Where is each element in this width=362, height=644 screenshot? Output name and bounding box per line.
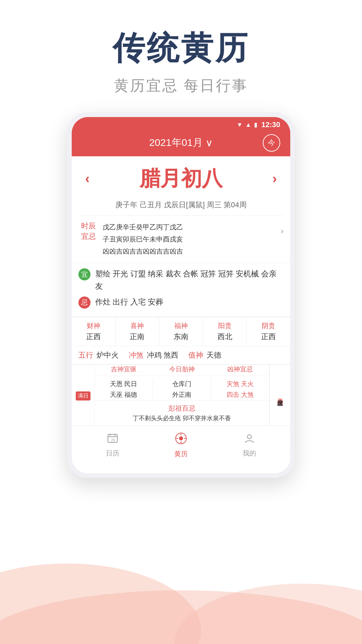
shen-direction-table: 财神 正西 喜神 正南 福神 东南 阳贵 西北 阴贵 正西 bbox=[72, 317, 290, 346]
shen-dir-1: 正南 bbox=[118, 332, 157, 342]
signal-icon: ▲ bbox=[245, 121, 251, 128]
shen-cell-0: 财神 正西 bbox=[72, 317, 116, 346]
app-title: 传统黄历 bbox=[0, 27, 362, 70]
zhishen-val: 天德 bbox=[206, 350, 221, 360]
battery-icon: ▮ bbox=[254, 121, 257, 128]
shichen-more-arrow[interactable]: › bbox=[281, 221, 284, 236]
status-bar: ▼ ▲ ▮ 12:30 bbox=[72, 117, 290, 132]
col-jishen: 天恩 民日天巫 福德 bbox=[95, 379, 153, 400]
shichen-label-1: 时辰 bbox=[81, 222, 96, 230]
wifi-icon: ▼ bbox=[237, 121, 243, 128]
nav-item-calendar[interactable]: 25 日历 bbox=[106, 433, 119, 458]
jian-chu-col: 建除十二神 满日 bbox=[72, 365, 95, 426]
shichen-section: 时辰 宜忌 戊乙庚辛壬癸甲乙丙丁戊乙 子丑寅卯辰巳午未申酉戌亥 凶凶吉凶吉吉凶凶… bbox=[72, 216, 290, 263]
shen-dir-3: 西北 bbox=[205, 332, 245, 342]
shichen-label-2: 宜忌 bbox=[81, 232, 96, 240]
lunar-date-row: ‹ 腊月初八 › bbox=[72, 156, 290, 198]
yi-badge: 宜 bbox=[78, 268, 90, 280]
shen-dir-4: 正西 bbox=[249, 332, 288, 342]
bottom-nav: 25 日历 bbox=[72, 426, 290, 467]
col-xiongshen: 灾煞 天火四击 大煞 bbox=[211, 379, 269, 400]
shen-cell-2: 福神 东南 bbox=[159, 317, 203, 346]
yi-row: 宜 塑绘 开光 订盟 纳采 裁衣 合帐 冠笄 冠笄 安机械 会亲友 bbox=[78, 268, 284, 292]
shen-name-2: 福神 bbox=[161, 321, 201, 330]
chong-label: 冲煞 bbox=[129, 350, 143, 360]
nav-label-calendar: 日历 bbox=[106, 449, 119, 458]
shen-name-4: 阴贵 bbox=[249, 321, 288, 330]
nav-item-huangli[interactable]: 黄历 bbox=[174, 432, 188, 459]
detail-header-row: 吉神宜驱 今日胎神 凶神宜忌 bbox=[95, 365, 269, 376]
huangli-icon bbox=[175, 432, 187, 447]
app-subtitle: 黄历宜忌 每日行事 bbox=[0, 76, 362, 96]
dropdown-icon: ∨ bbox=[205, 137, 213, 149]
mine-icon bbox=[244, 433, 255, 447]
wuxing-label: 五行 bbox=[78, 350, 93, 360]
ganzhi-text: 庚子年 己丑月 戊辰日[属鼠] 周三 第04周 bbox=[115, 201, 246, 209]
lunar-date: 腊月初八 bbox=[139, 164, 223, 193]
shen-name-0: 财神 bbox=[74, 321, 113, 330]
ji-text: 作灶 出行 入宅 安葬 bbox=[95, 296, 163, 308]
shen-dir-2: 东南 bbox=[161, 332, 201, 342]
chong-val: 冲鸡 煞西 bbox=[147, 350, 178, 360]
shen-cell-4: 阴贵 正西 bbox=[247, 317, 290, 346]
nav-label-mine: 我的 bbox=[243, 449, 256, 458]
col-header-xiongshen: 凶神宜忌 bbox=[211, 365, 269, 376]
nav-item-mine[interactable]: 我的 bbox=[243, 433, 256, 458]
shichen-label: 时辰 宜忌 bbox=[78, 221, 99, 242]
nav-label-huangli: 黄历 bbox=[174, 449, 188, 459]
shichen-content: 戊乙庚辛壬癸甲乙丙丁戊乙 子丑寅卯辰巳午未申酉戌亥 凶凶吉凶吉吉凶凶吉吉凶吉 bbox=[103, 221, 281, 257]
shen-dir-0: 正西 bbox=[74, 332, 113, 342]
ershiba-col: 二十八星宿 尾火虎宿 bbox=[269, 365, 290, 426]
ji-badge: 忌 bbox=[78, 297, 90, 309]
shichen-dizhi: 子丑寅卯辰巳午未申酉戌亥 bbox=[103, 233, 281, 245]
status-icons: ▼ ▲ ▮ bbox=[237, 121, 257, 128]
month-year-label: 2021年01月 bbox=[149, 136, 203, 150]
detail-main: 吉神宜驱 今日胎神 凶神宜忌 天恩 民日天巫 福德 仓库门外正南 灾煞 天火四击… bbox=[95, 365, 269, 426]
pengzu-section: 彭祖百忌 丁不剃头头必生疮 卯不穿井水泉不香 bbox=[95, 400, 269, 426]
col-taishen: 仓库门外正南 bbox=[153, 379, 211, 400]
today-button[interactable]: 今 bbox=[263, 134, 280, 152]
shichen-jixiong: 凶凶吉凶吉吉凶凶吉吉凶吉 bbox=[103, 245, 281, 257]
svg-point-14 bbox=[247, 435, 251, 439]
ganzhi-row: 庚子年 己丑月 戊辰日[属鼠] 周三 第04周 bbox=[72, 198, 290, 215]
phone-screen: ▼ ▲ ▮ 12:30 2021年01月 ∨ 今 ‹ 腊月初八 › bbox=[72, 117, 290, 473]
wuxing-row: 五行 炉中火 冲煞 冲鸡 煞西 值神 天德 bbox=[72, 346, 290, 365]
phone-mockup: ▼ ▲ ▮ 12:30 2021年01月 ∨ 今 ‹ 腊月初八 › bbox=[67, 112, 295, 478]
yi-text: 塑绘 开光 订盟 纳采 裁衣 合帐 冠笄 冠笄 安机械 会亲友 bbox=[95, 268, 284, 292]
wuxing-val: 炉中火 bbox=[97, 350, 119, 360]
prev-day-button[interactable]: ‹ bbox=[85, 171, 89, 186]
shen-name-1: 喜神 bbox=[118, 321, 157, 330]
ji-row: 忌 作灶 出行 入宅 安葬 bbox=[78, 296, 284, 309]
zhishen-label: 值神 bbox=[188, 350, 203, 360]
app-header: 2021年01月 ∨ 今 bbox=[72, 132, 290, 156]
detail-section: 建除十二神 满日 吉神宜驱 今日胎神 凶神宜忌 天恩 民日天巫 福德 仓库门外正… bbox=[72, 365, 290, 426]
man-badge: 满日 bbox=[76, 391, 90, 400]
col-header-taishen: 今日胎神 bbox=[153, 365, 211, 376]
calendar-icon: 25 bbox=[107, 433, 118, 447]
shichen-tiangan: 戊乙庚辛壬癸甲乙丙丁戊乙 bbox=[103, 221, 281, 233]
shen-cell-3: 阳贵 西北 bbox=[203, 317, 247, 346]
shen-cell-1: 喜神 正南 bbox=[116, 317, 160, 346]
svg-text:25: 25 bbox=[111, 438, 115, 442]
pengzu-text: 丁不剃头头必生疮 卯不穿井水泉不香 bbox=[99, 414, 264, 422]
col-header-jishen: 吉神宜驱 bbox=[95, 365, 153, 376]
svg-point-9 bbox=[179, 436, 183, 440]
detail-content-row: 天恩 民日天巫 福德 仓库门外正南 灾煞 天火四击 大煞 bbox=[95, 379, 269, 400]
shen-name-3: 阳贵 bbox=[205, 321, 245, 330]
status-time: 12:30 bbox=[261, 120, 280, 129]
yiji-section: 宜 塑绘 开光 订盟 纳采 裁衣 合帐 冠笄 冠笄 安机械 会亲友 忌 作灶 出… bbox=[72, 263, 290, 317]
next-day-button[interactable]: › bbox=[273, 171, 277, 186]
month-selector[interactable]: 2021年01月 ∨ bbox=[149, 136, 213, 150]
pengzu-title: 彭祖百忌 bbox=[99, 404, 264, 413]
main-content: ‹ 腊月初八 › 庚子年 己丑月 戊辰日[属鼠] 周三 第04周 时辰 宜忌 戊… bbox=[72, 156, 290, 473]
header-area: 传统黄历 黄历宜忌 每日行事 bbox=[0, 0, 362, 96]
